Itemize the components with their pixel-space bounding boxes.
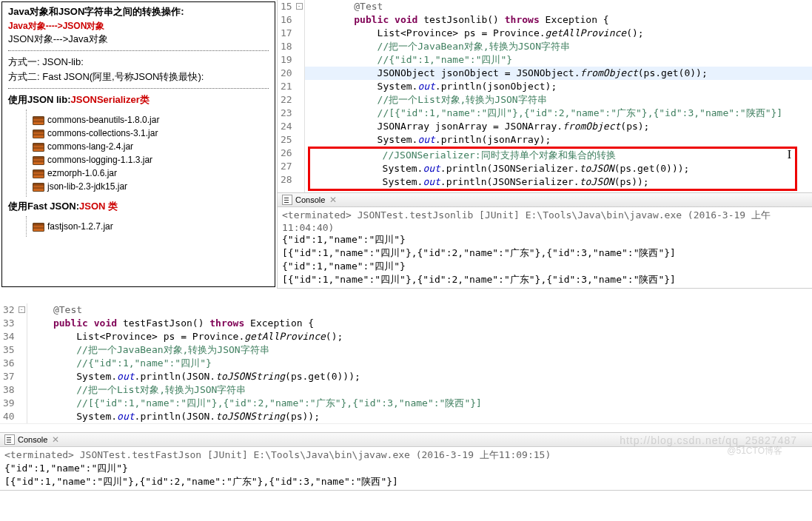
- watermark-2: @51CTO博客: [727, 445, 782, 457]
- archive-icon: [33, 221, 44, 232]
- divider: [8, 88, 269, 89]
- line-gutter[interactable]: 32- 33 34 35 36 37 38 39 40: [0, 303, 27, 423]
- jar-item[interactable]: commons-lang-2.4.jar: [33, 141, 269, 152]
- text-cursor-icon: I: [788, 148, 791, 161]
- archive-icon: [33, 167, 44, 179]
- section-fastjson: 使用Fast JSON:JSON 类: [8, 200, 269, 213]
- notes-subtitle: JSON对象--->Java对象: [8, 33, 269, 46]
- line-gutter[interactable]: 15- 16 17 18 19 20 21 22 23 24 25 26 27 …: [278, 0, 305, 192]
- jar-item[interactable]: commons-logging-1.1.3.jar: [33, 154, 269, 166]
- method-2: 方式二: Fast JSON(阿里,号称JSON转换最快):: [8, 70, 269, 84]
- console-tab[interactable]: Console ✕: [278, 192, 812, 207]
- code-editor-1[interactable]: 15- 16 17 18 19 20 21 22 23 24 25 26 27 …: [277, 0, 812, 289]
- archive-icon: [33, 127, 44, 139]
- jar-list-1: commons-beanutils-1.8.0.jar commons-coll…: [26, 110, 269, 197]
- divider: [8, 50, 269, 51]
- jar-item[interactable]: fastjson-1.2.7.jar: [33, 221, 269, 232]
- jar-list-2: fastjson-1.2.7.jar: [26, 216, 269, 237]
- archive-icon: [33, 114, 44, 126]
- jar-item[interactable]: commons-beanutils-1.8.0.jar: [33, 114, 269, 126]
- fold-icon[interactable]: -: [19, 306, 25, 313]
- console-icon: [282, 195, 292, 205]
- fold-icon[interactable]: -: [296, 3, 303, 10]
- console-output[interactable]: <terminated> JSONTest.testJsonlib [JUnit…: [278, 207, 812, 289]
- code-content[interactable]: @Test public void testFastJson() throws …: [27, 303, 812, 423]
- archive-icon: [33, 181, 44, 192]
- close-icon[interactable]: ✕: [329, 195, 337, 205]
- notes-highlight: Java对象---->JSON对象: [8, 20, 269, 33]
- jar-item[interactable]: ezmorph-1.0.6.jar: [33, 167, 269, 179]
- console-icon: [4, 434, 15, 445]
- notes-panel: Java对象和JSON字符串之间的转换操作: Java对象---->JSON对象…: [1, 1, 275, 287]
- highlighted-code-box: //JSONSerializer:同时支持单个对象和集合的转换 System.o…: [308, 147, 797, 191]
- console-output-2[interactable]: <terminated> JSONTest.testFastJson [JUni…: [0, 447, 812, 491]
- archive-icon: [33, 154, 44, 166]
- method-1: 方式一: JSON-lib:: [8, 56, 269, 69]
- jar-item[interactable]: commons-collections-3.1.jar: [33, 127, 269, 139]
- code-content[interactable]: @Test public void testJsonlib() throws E…: [305, 0, 812, 192]
- archive-icon: [33, 141, 44, 152]
- code-editor-2[interactable]: 32- 33 34 35 36 37 38 39 40 @Test public…: [0, 303, 812, 423]
- jar-item[interactable]: json-lib-2.3-jdk15.jar: [33, 181, 269, 192]
- notes-title: Java对象和JSON字符串之间的转换操作:: [8, 5, 269, 19]
- close-icon[interactable]: ✕: [52, 434, 59, 445]
- section-jsonlib: 使用JSON lib:JSONSerializer类: [8, 93, 269, 107]
